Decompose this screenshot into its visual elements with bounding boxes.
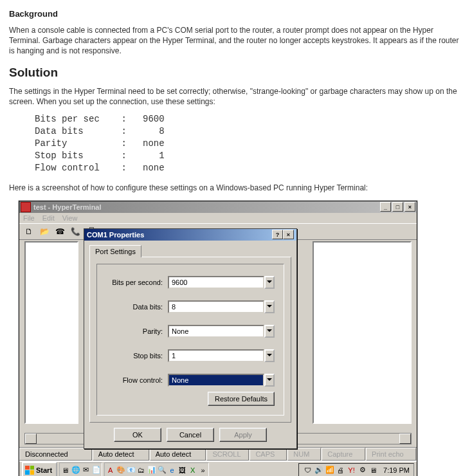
ql-icon[interactable]: 🔍: [157, 465, 167, 475]
system-tray: 🛡 🔊 📶 🖨 Y! ⚙ 🖥 7:19 PM: [298, 463, 414, 476]
ql-icon[interactable]: 📄: [91, 465, 101, 475]
chevron-down-icon[interactable]: [264, 276, 275, 289]
windows-logo-icon: [25, 466, 34, 475]
start-label: Start: [36, 466, 52, 474]
tray-icon[interactable]: 🖨: [336, 465, 345, 475]
quick-launch-2: A 🎨 📧 🗂 📊 🔍 e 🖼 X »: [104, 462, 209, 476]
label-parity: Parity:: [106, 327, 168, 335]
tray-icon[interactable]: 🖥: [368, 465, 378, 475]
apply-button[interactable]: Apply: [219, 428, 267, 442]
status-caps: CAPS: [250, 448, 287, 461]
label-data-bits: Data bits:: [106, 303, 168, 311]
hyper-app-icon: [21, 202, 31, 212]
menu-edit[interactable]: Edit: [42, 214, 55, 222]
chevron-down-icon[interactable]: [264, 300, 275, 313]
tray-icon[interactable]: ⚙: [358, 465, 367, 475]
ql-icon[interactable]: e: [167, 465, 177, 475]
scroll-left-button[interactable]: [25, 434, 37, 444]
windows-taskbar: Start 🖥 🌐 ✉ 📄 A 🎨 📧 🗂 📊 🔍 e 🖼: [19, 461, 417, 476]
close-button[interactable]: ×: [404, 202, 415, 212]
taskbar-clock[interactable]: 7:19 PM: [379, 466, 410, 474]
input-stop-bits[interactable]: [168, 349, 264, 362]
ql-icon[interactable]: 🖥: [60, 465, 70, 475]
label-bits-per-second: Bits per second:: [106, 279, 168, 286]
ql-icon[interactable]: 🖼: [177, 465, 187, 475]
minimize-button[interactable]: _: [380, 202, 391, 212]
dialog-help-button[interactable]: ?: [272, 230, 283, 239]
chevron-down-icon[interactable]: [264, 349, 275, 362]
tool-open-icon[interactable]: 📂: [37, 225, 51, 238]
tray-icon[interactable]: 🔊: [314, 465, 323, 475]
background-text: When a console cable is connected from a…: [9, 25, 463, 57]
status-connection: Disconnected: [19, 448, 92, 461]
combo-stop-bits[interactable]: [168, 349, 275, 362]
terminal-left-pane: [24, 241, 78, 424]
ql-icon[interactable]: 🌐: [71, 465, 80, 475]
label-stop-bits: Stop bits:: [106, 352, 168, 360]
status-capture: Capture: [322, 448, 365, 461]
terminal-right-pane: [313, 241, 412, 424]
background-heading: Background: [9, 9, 463, 19]
screenshot-container: test - HyperTerminal _ □ × File Edit Vie…: [18, 200, 418, 476]
menubar: File Edit View: [19, 213, 417, 223]
status-bar: Disconnected Auto detect Auto detect SCR…: [19, 447, 417, 461]
combo-bits-per-second[interactable]: [168, 276, 275, 289]
ql-icon[interactable]: ✉: [81, 465, 91, 475]
solution-text: The settings in the Hyper Terminal need …: [9, 86, 463, 107]
tool-phone-icon[interactable]: ☎: [53, 225, 67, 238]
cancel-button[interactable]: Cancel: [167, 428, 214, 442]
tray-icon[interactable]: 🛡: [303, 465, 313, 475]
label-flow-control: Flow control:: [106, 376, 168, 384]
tool-hangup-icon[interactable]: 📞: [68, 225, 82, 238]
combo-parity[interactable]: [168, 325, 275, 338]
status-scroll: SCROLL: [206, 448, 249, 461]
dialog-title-text: COM1 Properties: [87, 231, 144, 239]
input-parity[interactable]: [168, 325, 264, 338]
maximize-button[interactable]: □: [392, 202, 403, 212]
solution-heading: Solution: [9, 66, 463, 80]
status-print: Print echo: [366, 448, 416, 461]
ql-icon[interactable]: 🎨: [116, 465, 125, 475]
menu-file[interactable]: File: [23, 214, 35, 222]
status-autodetect1: Auto detect: [93, 448, 149, 461]
ql-icon[interactable]: X: [188, 465, 197, 475]
com1-properties-dialog: COM1 Properties ? × Port Settings Bits p…: [84, 228, 297, 449]
ql-icon[interactable]: 📊: [147, 465, 156, 475]
chevron-down-icon[interactable]: [264, 374, 275, 387]
terminal-area: COM1 Properties ? × Port Settings Bits p…: [19, 240, 417, 447]
ql-icon[interactable]: 🗂: [136, 465, 146, 475]
tab-port-settings[interactable]: Port Settings: [89, 245, 141, 257]
hyperterminal-window: test - HyperTerminal _ □ × File Edit Vie…: [19, 201, 417, 476]
hyper-title-text: test - HyperTerminal: [33, 203, 380, 211]
tool-new-icon[interactable]: 🗋: [22, 225, 36, 238]
chevron-down-icon[interactable]: [264, 325, 275, 338]
ql-icon[interactable]: »: [198, 465, 208, 475]
combo-data-bits[interactable]: [168, 300, 275, 313]
dialog-close-button[interactable]: ×: [283, 230, 294, 239]
combo-flow-control[interactable]: [168, 374, 275, 387]
input-bits-per-second[interactable]: [168, 276, 264, 289]
ql-icon[interactable]: A: [105, 465, 115, 475]
settings-block: Bits per sec : 9600 Data bits : 8 Parity…: [35, 113, 463, 174]
restore-defaults-button[interactable]: Restore Defaults: [208, 392, 275, 406]
hyper-titlebar[interactable]: test - HyperTerminal _ □ ×: [19, 201, 417, 213]
quick-launch: 🖥 🌐 ✉ 📄: [59, 462, 102, 476]
status-num: NUM: [287, 448, 321, 461]
menu-view[interactable]: View: [62, 214, 78, 222]
status-autodetect2: Auto detect: [150, 448, 206, 461]
scroll-right-button[interactable]: [399, 434, 411, 444]
tray-icon[interactable]: Y!: [347, 465, 356, 475]
dialog-titlebar[interactable]: COM1 Properties ? ×: [84, 229, 296, 241]
input-data-bits[interactable]: [168, 300, 264, 313]
tray-icon[interactable]: 📶: [325, 465, 334, 475]
start-button[interactable]: Start: [22, 462, 57, 476]
ok-button[interactable]: OK: [114, 428, 161, 442]
ql-icon[interactable]: 📧: [126, 465, 136, 475]
input-flow-control[interactable]: [168, 374, 264, 387]
screenshot-caption: Here is a screenshot of how to configure…: [9, 183, 463, 193]
